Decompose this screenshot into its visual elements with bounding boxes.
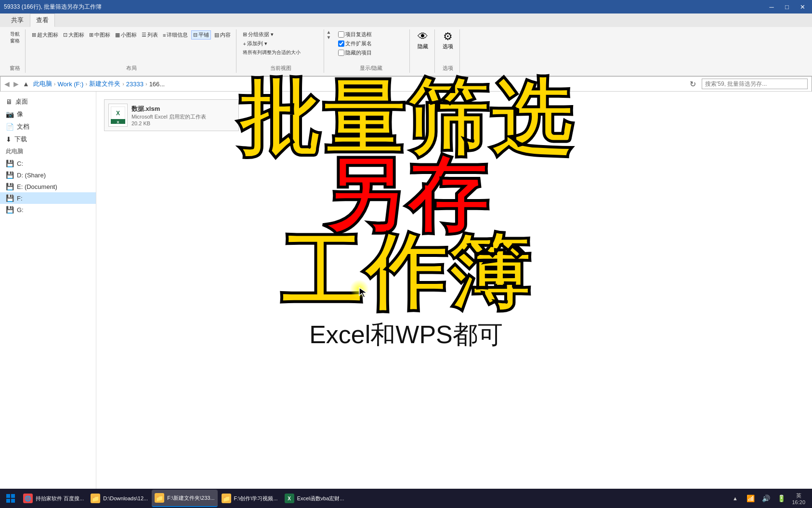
- file-size: 20.2 KB: [131, 120, 206, 126]
- sidebar-item-f[interactable]: 💾 F:: [0, 192, 96, 204]
- btn-group-by[interactable]: ⊞ 分组依据 ▾: [241, 30, 320, 39]
- taskbar-volume[interactable]: 🔊: [759, 492, 773, 505]
- btn-super-large-icon[interactable]: ⊞ 超大图标: [30, 30, 60, 40]
- breadcrumb-computer[interactable]: 此电脑: [33, 80, 52, 88]
- sidebar-item-desktop[interactable]: 🖥 桌面: [0, 95, 96, 108]
- maximize-button[interactable]: □: [781, 2, 793, 12]
- documents-icon: 📄: [6, 123, 14, 131]
- refresh-button[interactable]: ↻: [688, 80, 698, 89]
- drive-f-icon: 💾: [6, 194, 14, 202]
- taskbar-network[interactable]: 📶: [744, 492, 757, 505]
- taskbar-chevron[interactable]: ▲: [728, 492, 742, 505]
- btn-auto-resize[interactable]: 将所有列调整为合适的大小: [241, 49, 320, 56]
- file-name: 数据.xlsm: [131, 105, 206, 113]
- file-ext-checkbox[interactable]: [338, 40, 344, 47]
- search-input[interactable]: [702, 79, 808, 89]
- browser-icon: 🌐: [23, 494, 33, 503]
- sidebar-item-d[interactable]: 💾 D: (Share): [0, 169, 96, 181]
- btn-medium-icon[interactable]: ⊞ 中图标: [88, 30, 112, 40]
- taskbar-battery[interactable]: 🔋: [774, 492, 788, 505]
- ribbon-content: 导航窗格 窗格 ⊞ 超大图标 ⊡ 大图标 ⊞ 中图: [0, 27, 812, 75]
- item-checkbox[interactable]: [338, 31, 344, 38]
- downloads-icon: ⬇: [6, 135, 12, 143]
- breadcrumb-work[interactable]: Work (F:): [58, 80, 84, 88]
- excel-file-icon: X X: [108, 104, 128, 127]
- sidebar-item-c[interactable]: 💾 C:: [0, 158, 96, 169]
- main-area: 🖥 桌面 📷 像 📄 文档 ⬇ 下载 此电脑 💾 C: 💾 D: [0, 92, 812, 502]
- address-bar: ◀ ▶ ▲ 此电脑 › Work (F:) › 新建文件夹 › 23333 › …: [0, 76, 812, 92]
- sidebar-item-downloads[interactable]: ⬇ 下载: [0, 133, 96, 146]
- taskbar-time[interactable]: 英 16:20: [790, 492, 807, 505]
- btn-add-column[interactable]: + 添加列 ▾: [241, 40, 320, 48]
- breadcrumb-current[interactable]: 166...: [149, 80, 165, 88]
- btn-hidden-items[interactable]: 隐藏的项目: [337, 49, 406, 57]
- ribbon-tabs: 共享 查看: [0, 13, 812, 27]
- details-icon: ≡: [163, 32, 166, 38]
- file-item-data[interactable]: X X 数据.xlsm Microsoft Excel 启用宏的工作表 20.2…: [104, 99, 239, 131]
- svg-rect-5: [6, 494, 10, 498]
- taskbar-app-downloads[interactable]: 📁 D:\Downloads\12...: [88, 490, 151, 507]
- minimize-button[interactable]: ─: [766, 2, 777, 12]
- scroll-arrows[interactable]: ▲ ▼: [325, 29, 332, 40]
- drive-e-icon: 💾: [6, 183, 14, 190]
- sidebar: 🖥 桌面 📷 像 📄 文档 ⬇ 下载 此电脑 💾 C: 💾 D: [0, 92, 96, 502]
- super-large-icon: ⊞: [32, 32, 36, 38]
- options-btn[interactable]: ⚙ 选项: [443, 30, 453, 50]
- hidden-items-checkbox[interactable]: [338, 50, 344, 56]
- ribbon-group-view-label: 布局: [30, 63, 232, 72]
- nav-up[interactable]: ▲: [23, 80, 29, 88]
- start-button[interactable]: [2, 490, 19, 507]
- taskbar-app-browser-label: 持抬家软件 百度搜...: [36, 495, 84, 502]
- svg-rect-6: [11, 494, 15, 498]
- nav-back[interactable]: ◀: [4, 80, 10, 88]
- ribbon-group-view: ⊞ 超大图标 ⊡ 大图标 ⊞ 中图标 ▦ 小图标: [26, 29, 236, 73]
- btn-content[interactable]: ▤ 内容: [213, 30, 232, 40]
- taskbar-app-video-label: F:\创作\学习视频...: [234, 495, 278, 502]
- sidebar-item-e[interactable]: 💾 E: (Document): [0, 181, 96, 192]
- hide-btn[interactable]: 👁 隐藏: [418, 30, 428, 50]
- taskbar-app-browser[interactable]: 🌐 持抬家软件 百度搜...: [20, 490, 87, 507]
- tab-view[interactable]: 查看: [30, 13, 55, 27]
- sidebar-item-g[interactable]: 💾 G:: [0, 204, 96, 215]
- taskbar-app-video-folder[interactable]: 📁 F:\创作\学习视频...: [219, 490, 281, 507]
- btn-large-icon[interactable]: ⊡ 大图标: [62, 30, 86, 40]
- btn-list[interactable]: ☰ 列表: [140, 30, 159, 40]
- tab-share[interactable]: 共享: [5, 13, 30, 27]
- ribbon-btn-navigation[interactable]: 导航窗格: [9, 30, 21, 45]
- ribbon-group-sort: ⊞ 分组依据 ▾ + 添加列 ▾ 将所有列调整为合适的大小 当前视图: [237, 29, 324, 73]
- tile-icon: ⊟: [193, 32, 197, 38]
- images-icon: 📷: [6, 110, 14, 118]
- list-icon: ☰: [142, 32, 146, 38]
- drive-g-icon: 💾: [6, 206, 14, 214]
- content-icon: ▤: [214, 32, 219, 38]
- sidebar-item-documents[interactable]: 📄 文档: [0, 120, 96, 133]
- title-bar-title: 59333 (166行), 批量筛选另存为工作簿: [4, 3, 762, 11]
- btn-tile[interactable]: ⊟ 平铺: [191, 30, 211, 40]
- btn-small-icon[interactable]: ▦ 小图标: [114, 30, 138, 40]
- btn-item-checkbox[interactable]: 项目复选框: [337, 30, 406, 39]
- taskbar-app-current-label: F:\新建文件夹\233...: [167, 495, 214, 502]
- ribbon-group-show: 项目复选框 文件扩展名 隐藏的项目 显示/隐藏: [333, 29, 410, 73]
- ribbon-group-hide: 👁 隐藏: [411, 29, 435, 73]
- breadcrumb-23333[interactable]: 23333: [126, 80, 144, 88]
- svg-text:X: X: [116, 110, 120, 117]
- window: 59333 (166行), 批量筛选另存为工作簿 ─ □ ✕ 共享 查看 导航窗…: [0, 0, 812, 508]
- taskbar-app-excel[interactable]: X Excel函数vba宏财...: [282, 490, 347, 507]
- sidebar-item-images[interactable]: 📷 像: [0, 108, 96, 120]
- svg-rect-7: [6, 499, 10, 503]
- breadcrumb-new-folder[interactable]: 新建文件夹: [89, 80, 120, 88]
- taskbar-right: ▲ 📶 🔊 🔋 英 16:20: [728, 492, 810, 505]
- drive-d-icon: 💾: [6, 171, 14, 179]
- add-column-icon: +: [243, 41, 246, 47]
- title-bar: 59333 (166行), 批量筛选另存为工作簿 ─ □ ✕: [0, 0, 812, 13]
- nav-forward[interactable]: ▶: [13, 80, 19, 88]
- taskbar-app-current-folder[interactable]: 📁 F:\新建文件夹\233...: [152, 490, 217, 507]
- close-button[interactable]: ✕: [797, 2, 808, 12]
- btn-file-ext[interactable]: 文件扩展名: [337, 40, 406, 48]
- btn-details[interactable]: ≡ 详细信息: [161, 30, 189, 40]
- ribbon: 共享 查看 导航窗格 窗格 ⊞ 超大图标 ⊡: [0, 13, 812, 76]
- desktop-icon: 🖥: [6, 98, 13, 106]
- taskbar-app-downloads-label: D:\Downloads\12...: [103, 495, 148, 501]
- small-icon: ▦: [115, 32, 120, 38]
- group-by-icon: ⊞: [243, 31, 247, 38]
